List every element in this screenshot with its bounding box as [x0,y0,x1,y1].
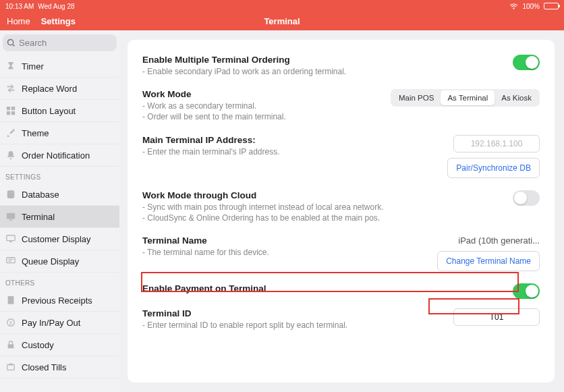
seg-as-kiosk[interactable]: As Kiosk [495,90,538,105]
grid-icon [5,105,16,116]
sidebar-item-closed-tills[interactable]: Closed Tills [0,356,119,379]
sidebar-item-button-layout[interactable]: Button Layout [0,100,119,122]
search-placeholder: Search [19,38,47,48]
sidebar-item-custody[interactable]: Custody [0,334,119,356]
sidebar-item-order-notification[interactable]: Order Notification [0,144,119,167]
setting-desc: - Enter terminal ID to enable report spl… [142,320,440,331]
button-pair-sync-db[interactable]: Pair/Synchronize DB [447,158,540,178]
svg-rect-1 [7,213,15,219]
money-icon: $ [5,317,16,328]
status-date: Wed Aug 28 [38,3,74,10]
setting-enable-payment: Enable Payment on Terminal [142,283,540,299]
svg-text:$: $ [9,320,12,325]
bell-icon [5,150,16,161]
sidebar-item-pay-in-out[interactable]: $ Pay In/Pay Out [0,312,119,334]
sidebar-item-theme[interactable]: Theme [0,122,119,144]
sidebar-item-label: Queue Display [22,256,79,267]
setting-title: Enable Payment on Terminal [142,283,499,293]
svg-rect-4 [9,242,12,243]
settings-card: Enable Multiple Terminal Ordering - Enab… [128,40,555,383]
setting-title: Main Terminal IP Address: [142,135,434,145]
segmented-work-mode: Main POS As Terminal As Kiosk [391,89,540,107]
svg-rect-3 [7,235,15,241]
sidebar-item-queue-display[interactable]: Queue Display [0,250,119,273]
svg-rect-10 [9,364,12,366]
sidebar-item-label: Custody [22,340,54,350]
setting-desc: - Sync with main pos through internet in… [142,202,499,213]
sidebar-item-label: Terminal [22,212,55,222]
brush-icon [5,128,16,138]
replace-icon [5,83,16,94]
nav-home-button[interactable]: Home [7,16,30,26]
database-icon [5,189,16,200]
terminal-name-value: iPad (10th generati... [458,235,540,246]
till-icon [5,362,16,372]
setting-desc: - Enable secondary iPad to work as an or… [142,66,499,77]
svg-rect-8 [8,344,14,348]
page-title: Terminal [264,16,300,26]
sidebar-item-label: Pay In/Pay Out [22,318,80,328]
section-header-others: OTHERS [0,273,119,289]
sidebar-item-label: Replace Word [22,84,77,94]
toggle-enable-payment[interactable] [513,283,540,299]
setting-work-mode: Work Mode - Work as a secondary terminal… [142,89,540,122]
svg-rect-9 [7,365,15,370]
setting-title: Terminal Name [142,235,424,246]
sidebar-item-label: Database [22,190,59,200]
setting-desc: - Enter the main terminal's IP address. [142,146,434,157]
wifi-icon [509,3,518,9]
nav-settings-button[interactable]: Settings [41,16,76,26]
search-icon [7,38,16,47]
sidebar-item-label: Timer [22,61,44,72]
input-terminal-id[interactable]: T01 [453,308,540,326]
display-icon [5,233,16,244]
sidebar-item-label: Customer Display [22,234,91,244]
sidebar-item-label: Theme [22,128,49,138]
lock-icon [5,339,16,350]
setting-title: Terminal ID [142,308,440,318]
setting-title: Work Mode through Cloud [142,190,499,200]
setting-terminal-id: Terminal ID - Enter terminal ID to enabl… [142,308,540,331]
setting-desc: - Order will be sent to the main termina… [142,111,377,122]
setting-desc: - CloudSync & Online Ordering has to be … [142,213,499,223]
battery-percent: 100% [522,3,540,10]
receipt-icon [5,295,16,306]
sidebar-item-customer-display[interactable]: Customer Display [0,228,119,250]
nav-bar: Home Settings Terminal [0,12,564,30]
sidebar-item-label: Closed Tills [22,362,66,372]
setting-main-ip: Main Terminal IP Address: - Enter the ma… [142,135,540,178]
svg-rect-2 [9,219,12,220]
svg-rect-5 [7,258,15,263]
toggle-cloud-mode[interactable] [513,190,540,206]
setting-desc: - Work as a secondary terminal. [142,101,377,111]
svg-point-0 [7,190,15,193]
button-change-terminal-name[interactable]: Change Terminal Name [437,251,540,271]
battery-icon [544,3,559,9]
input-main-ip[interactable]: 192.168.1.100 [453,135,540,152]
queue-icon [5,256,16,267]
sidebar-item-database[interactable]: Database [0,184,119,206]
status-time: 10:13 AM [5,3,34,10]
setting-terminal-name: Terminal Name - The terminal name for th… [142,235,540,271]
setting-desc: - The terminal name for this device. [142,247,424,258]
terminal-icon [5,211,16,222]
setting-title: Enable Multiple Terminal Ordering [142,55,499,65]
setting-title: Work Mode [142,89,377,99]
sidebar-item-label: Previous Receipts [22,296,92,306]
sidebar-item-label: Order Notification [22,150,90,161]
sidebar-item-label: Button Layout [22,106,76,116]
sidebar-item-timer[interactable]: Timer [0,55,119,78]
setting-multiple-terminal: Enable Multiple Terminal Ordering - Enab… [142,55,540,77]
sidebar: Search Timer Replace Word Button Layout … [0,30,119,392]
toggle-multiple-terminal[interactable] [513,55,540,70]
setting-work-mode-cloud: Work Mode through Cloud - Sync with main… [142,190,540,223]
sidebar-item-previous-receipts[interactable]: Previous Receipts [0,289,119,312]
search-input[interactable]: Search [3,34,117,51]
status-bar: 10:13 AM Wed Aug 28 100% [0,0,564,12]
sidebar-item-terminal[interactable]: Terminal [0,206,119,228]
seg-main-pos[interactable]: Main POS [392,90,441,105]
sidebar-item-replace-word[interactable]: Replace Word [0,78,119,100]
section-header-settings: SETTINGS [0,167,119,184]
seg-as-terminal[interactable]: As Terminal [441,90,495,105]
content-area: Enable Multiple Terminal Ordering - Enab… [119,30,564,392]
